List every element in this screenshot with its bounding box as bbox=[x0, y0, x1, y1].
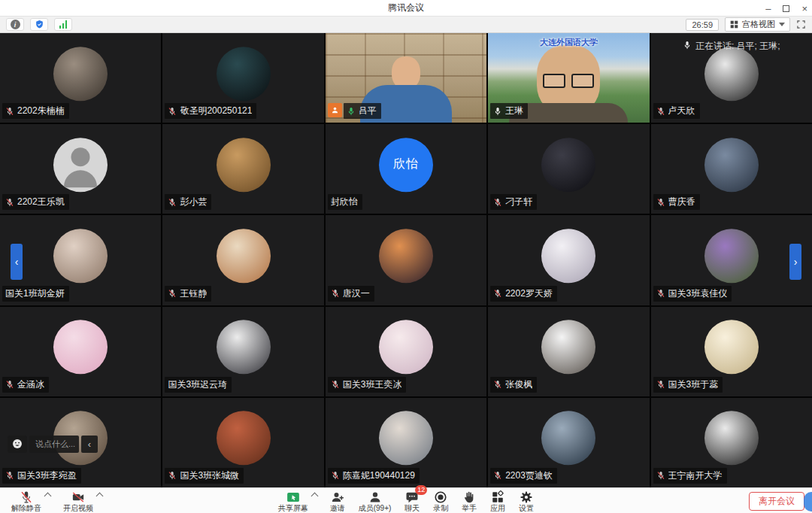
participant-tile[interactable]: 张俊枫 bbox=[488, 307, 649, 396]
name-row: 敬圣明200250121 bbox=[165, 103, 256, 119]
speaking-banner: 正在讲话: 吕平; 王琳; bbox=[651, 40, 812, 53]
participant-avatar bbox=[53, 138, 108, 192]
maximize-icon[interactable] bbox=[783, 5, 789, 12]
record-button[interactable]: 录制 bbox=[433, 490, 448, 512]
raise-hand-button[interactable]: 举手 bbox=[462, 490, 477, 512]
participant-avatar: 欣怡 bbox=[379, 138, 433, 192]
security-button[interactable] bbox=[30, 18, 48, 31]
participant-name-label: 卢天欣 bbox=[653, 103, 700, 119]
settings-button[interactable]: 设置 bbox=[519, 490, 534, 512]
chat-input[interactable]: 说点什么... bbox=[29, 436, 79, 453]
participant-tile[interactable]: 陈嘉妮190440129 bbox=[326, 398, 486, 487]
apps-button[interactable]: 应用 bbox=[490, 490, 505, 512]
name-row: 张俊枫 bbox=[490, 377, 537, 393]
mic-status-icon bbox=[493, 198, 502, 207]
participant-avatar bbox=[379, 411, 433, 466]
chat-button[interactable]: 12 聊天 bbox=[404, 490, 420, 512]
participant-tile[interactable]: 大连外国语大学 王琳 bbox=[488, 33, 649, 123]
close-icon[interactable]: × bbox=[801, 4, 807, 14]
chat-collapse-button[interactable]: ‹ bbox=[81, 436, 98, 453]
participant-name-label: 国关3班于蕊 bbox=[653, 377, 723, 393]
next-page-button[interactable]: › bbox=[789, 244, 801, 280]
participant-tile[interactable]: 国关3班王奕冰 bbox=[326, 307, 486, 396]
participant-tile[interactable]: 2202朱楠楠 bbox=[0, 33, 161, 123]
invite-button[interactable]: 邀请 bbox=[330, 490, 345, 512]
meeting-info-button[interactable]: i bbox=[6, 18, 24, 31]
participant-tile[interactable]: 刁子轩 bbox=[488, 124, 649, 214]
share-screen-button[interactable]: 共享屏幕 bbox=[278, 490, 308, 512]
avatar-text bbox=[541, 138, 595, 192]
fullscreen-icon[interactable] bbox=[796, 20, 806, 29]
participant-name-label: 2202朱楠楠 bbox=[2, 103, 69, 119]
participant-avatar bbox=[704, 138, 759, 192]
mic-status-icon bbox=[168, 107, 177, 116]
name-row: 国关3班袁佳仪 bbox=[653, 286, 732, 302]
participant-avatar bbox=[53, 47, 108, 101]
chevron-up-icon[interactable] bbox=[96, 492, 104, 499]
participant-tile[interactable]: 国关3班于蕊 bbox=[651, 307, 812, 396]
name-row: 2202罗天娇 bbox=[490, 286, 557, 302]
host-badge-icon bbox=[328, 103, 342, 117]
participant-tile[interactable]: 说点什么... ‹ 国关3班李宛盈 bbox=[0, 398, 161, 487]
participant-tile[interactable]: 国关3班迟云琦 bbox=[162, 307, 323, 396]
participant-avatar bbox=[217, 320, 271, 374]
participant-tile[interactable]: 2203贾迪钦 bbox=[488, 398, 649, 487]
participant-tile[interactable]: 金涵冰 bbox=[0, 307, 161, 396]
participant-name: 2202罗天娇 bbox=[505, 287, 553, 300]
participant-name: 王琳 bbox=[505, 105, 523, 117]
participant-tile[interactable]: 欣怡 封欣怡 bbox=[326, 124, 486, 214]
participant-tile[interactable]: 2202王乐凯 bbox=[0, 124, 161, 214]
network-button[interactable] bbox=[54, 18, 72, 31]
name-row: 吕平 bbox=[328, 103, 381, 119]
participant-avatar bbox=[379, 320, 433, 374]
participant-tile[interactable]: 国关3班张城微 bbox=[162, 398, 323, 487]
toolbar-button-label: 邀请 bbox=[330, 504, 345, 512]
participant-tile[interactable]: 曹庆香 bbox=[651, 124, 812, 214]
participant-tile[interactable]: 唐汉一 bbox=[326, 215, 486, 305]
participant-tile[interactable]: 吕平 bbox=[326, 33, 486, 123]
participant-tile[interactable]: 正在讲话: 吕平; 王琳; 卢天欣 bbox=[651, 33, 812, 123]
bottom-toolbar: 解除静音 开启视频 共享屏幕 邀请 成员(99+) bbox=[0, 487, 812, 513]
avatar-text bbox=[541, 411, 595, 466]
previous-page-button[interactable]: ‹ bbox=[11, 244, 23, 280]
participant-name-label: 王钰静 bbox=[165, 286, 211, 302]
share-screen-icon bbox=[286, 490, 300, 504]
participant-tile[interactable]: 国关3班袁佳仪 bbox=[651, 215, 812, 305]
participant-name: 国关3班于蕊 bbox=[668, 378, 719, 391]
mic-status-icon bbox=[168, 289, 177, 298]
mic-status-icon bbox=[5, 380, 14, 389]
name-row: 国关3班迟云琦 bbox=[165, 377, 232, 393]
members-button[interactable]: 成员(99+) bbox=[359, 490, 392, 512]
mic-status-icon bbox=[493, 471, 502, 480]
participant-tile[interactable]: 国关1班胡金妍 bbox=[0, 215, 161, 305]
minimize-icon[interactable]: – bbox=[765, 4, 771, 14]
window-title: 腾讯会议 bbox=[388, 2, 424, 14]
chevron-up-icon[interactable] bbox=[44, 492, 52, 499]
participant-tile[interactable]: 2202罗天娇 bbox=[488, 215, 649, 305]
participant-tile[interactable]: 彭小芸 bbox=[162, 124, 323, 214]
participant-avatar bbox=[541, 229, 595, 283]
members-icon bbox=[368, 490, 382, 504]
participant-avatar bbox=[217, 229, 271, 283]
avatar-text bbox=[704, 47, 759, 101]
floating-widget[interactable] bbox=[804, 492, 812, 511]
name-row: 金涵冰 bbox=[2, 377, 49, 393]
chevron-up-icon[interactable] bbox=[311, 492, 318, 499]
avatar-text bbox=[704, 138, 759, 192]
participant-name-label: 2202王乐凯 bbox=[2, 194, 69, 210]
avatar-text bbox=[53, 138, 108, 192]
leave-meeting-button[interactable]: 离开会议 bbox=[749, 492, 804, 511]
mic-muted-button[interactable]: 解除静音 bbox=[11, 490, 41, 512]
view-mode-button[interactable]: 宫格视图 bbox=[725, 17, 790, 32]
avatar-text bbox=[704, 229, 759, 283]
participant-tile[interactable]: 敬圣明200250121 bbox=[162, 33, 323, 123]
participant-name: 国关3班李宛盈 bbox=[17, 469, 77, 482]
participant-name-label: 国关3班袁佳仪 bbox=[653, 286, 732, 302]
emoji-button[interactable] bbox=[8, 436, 27, 453]
settings-icon bbox=[520, 490, 533, 504]
participant-tile[interactable]: 王钰静 bbox=[162, 215, 323, 305]
meeting-toolbar: i 26:59 宫格视图 bbox=[0, 17, 812, 33]
participant-tile[interactable]: 王宁南开大学 bbox=[651, 398, 812, 487]
participant-name: 刁子轩 bbox=[505, 196, 532, 208]
camera-off-button[interactable]: 开启视频 bbox=[63, 490, 93, 512]
